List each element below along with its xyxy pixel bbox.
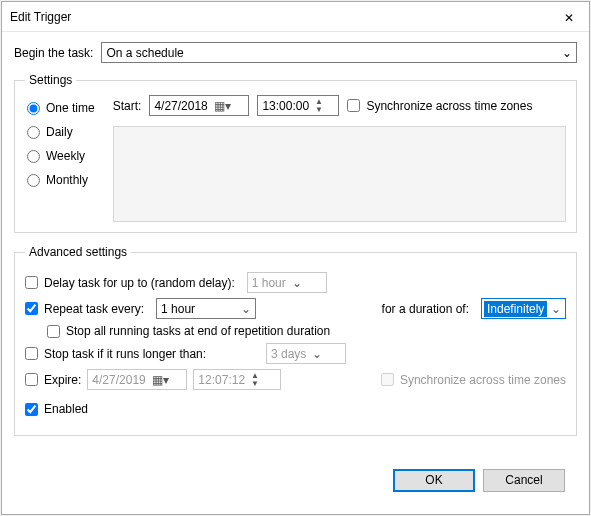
window-title: Edit Trigger (10, 10, 549, 24)
repeat-combo[interactable]: 1 hour ⌄ (156, 298, 256, 319)
stop-if-label: Stop task if it runs longer than: (44, 347, 206, 361)
calendar-icon: ▦▾ (152, 373, 169, 387)
expire-checkbox[interactable] (25, 373, 38, 386)
settings-group: Settings One time Daily Weekly (14, 73, 577, 233)
expire-time-picker: 12:07:12 ▲▼ (193, 369, 281, 390)
enabled-row: Enabled (25, 402, 566, 416)
delay-row: Delay task for up to (random delay): 1 h… (25, 272, 566, 293)
repeat-label: Repeat task every: (44, 302, 144, 316)
start-label: Start: (113, 99, 142, 113)
chevron-down-icon: ⌄ (562, 46, 572, 60)
spinner-icon: ▲▼ (315, 98, 323, 114)
delay-checkbox[interactable] (25, 276, 38, 289)
begin-task-select[interactable]: On a schedule ⌄ (101, 42, 577, 63)
stop-running-label: Stop all running tasks at end of repetit… (66, 324, 330, 338)
enabled-checkbox[interactable] (25, 403, 38, 416)
begin-task-value: On a schedule (106, 46, 183, 60)
dialog-window: Edit Trigger ✕ Begin the task: On a sche… (1, 1, 590, 515)
repeat-value: 1 hour (161, 302, 195, 316)
delay-value: 1 hour (252, 276, 286, 290)
cancel-label: Cancel (505, 473, 542, 487)
radio-daily-input[interactable] (27, 126, 40, 139)
cancel-button[interactable]: Cancel (483, 469, 565, 492)
sync-timezone-input[interactable] (347, 99, 360, 112)
radio-daily[interactable]: Daily (27, 125, 95, 139)
radio-weekly[interactable]: Weekly (27, 149, 95, 163)
stop-if-combo: 3 days ⌄ (266, 343, 346, 364)
radio-weekly-label: Weekly (46, 149, 85, 163)
start-time-value: 13:00:00 (262, 99, 309, 113)
expire-date-picker: 4/27/2019 ▦▾ (87, 369, 187, 390)
stop-running-checkbox[interactable] (47, 325, 60, 338)
advanced-group: Advanced settings Delay task for up to (… (14, 245, 577, 436)
radio-daily-label: Daily (46, 125, 73, 139)
ok-button[interactable]: OK (393, 469, 475, 492)
enabled-label: Enabled (44, 402, 88, 416)
expire-label: Expire: (44, 373, 81, 387)
radio-one-time[interactable]: One time (27, 101, 95, 115)
titlebar: Edit Trigger ✕ (2, 2, 589, 32)
schedule-radios: One time Daily Weekly Monthly (25, 95, 99, 222)
repeat-checkbox[interactable] (25, 302, 38, 315)
duration-label: for a duration of: (382, 302, 469, 316)
stop-running-row: Stop all running tasks at end of repetit… (47, 324, 566, 338)
settings-legend: Settings (25, 73, 76, 87)
sync-timezone-label: Synchronize across time zones (366, 99, 532, 113)
close-icon: ✕ (564, 11, 574, 25)
spinner-icon: ▲▼ (251, 372, 259, 388)
radio-weekly-input[interactable] (27, 150, 40, 163)
duration-value: Indefinitely (484, 301, 547, 317)
schedule-detail-area (113, 126, 566, 222)
ok-label: OK (425, 473, 442, 487)
start-panel: Start: 4/27/2018 ▦▾ 13:00:00 ▲▼ Synchron… (113, 95, 566, 222)
repeat-row: Repeat task every: 1 hour ⌄ for a durati… (25, 298, 566, 319)
dialog-content: Begin the task: On a schedule ⌄ Settings… (2, 32, 589, 514)
radio-monthly-label: Monthly (46, 173, 88, 187)
radio-monthly-input[interactable] (27, 174, 40, 187)
expire-sync-checkbox (381, 373, 394, 386)
start-date-value: 4/27/2018 (154, 99, 207, 113)
stop-if-row: Stop task if it runs longer than: 3 days… (25, 343, 566, 364)
chevron-down-icon: ⌄ (292, 276, 302, 290)
start-time-picker[interactable]: 13:00:00 ▲▼ (257, 95, 339, 116)
expire-time-value: 12:07:12 (198, 373, 245, 387)
close-button[interactable]: ✕ (549, 2, 589, 32)
begin-task-label: Begin the task: (14, 46, 93, 60)
dialog-footer: OK Cancel (14, 459, 577, 502)
radio-one-time-label: One time (46, 101, 95, 115)
expire-sync-label: Synchronize across time zones (400, 373, 566, 387)
chevron-down-icon: ⌄ (312, 347, 322, 361)
chevron-down-icon: ⌄ (551, 302, 561, 316)
expire-date-value: 4/27/2019 (92, 373, 145, 387)
stop-if-value: 3 days (271, 347, 306, 361)
delay-label: Delay task for up to (random delay): (44, 276, 235, 290)
radio-monthly[interactable]: Monthly (27, 173, 95, 187)
radio-one-time-input[interactable] (27, 102, 40, 115)
expire-row: Expire: 4/27/2019 ▦▾ 12:07:12 ▲▼ Synchro… (25, 369, 566, 390)
start-date-picker[interactable]: 4/27/2018 ▦▾ (149, 95, 249, 116)
advanced-legend: Advanced settings (25, 245, 131, 259)
begin-task-row: Begin the task: On a schedule ⌄ (14, 42, 577, 63)
calendar-icon: ▦▾ (214, 99, 231, 113)
chevron-down-icon: ⌄ (241, 302, 251, 316)
duration-combo[interactable]: Indefinitely ⌄ (481, 298, 566, 319)
delay-combo: 1 hour ⌄ (247, 272, 327, 293)
sync-timezone-checkbox[interactable]: Synchronize across time zones (347, 99, 532, 113)
stop-if-checkbox[interactable] (25, 347, 38, 360)
